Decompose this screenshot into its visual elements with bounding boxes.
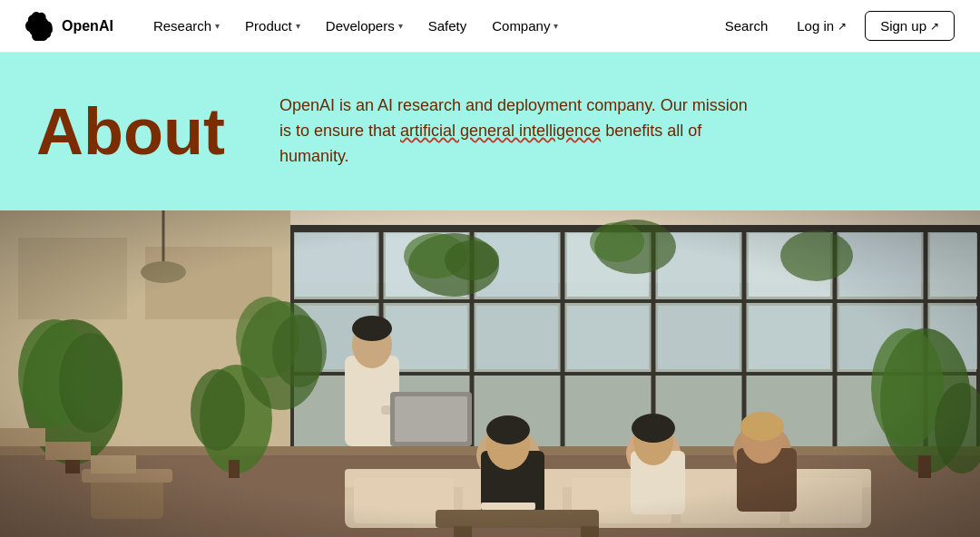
hero-section: About OpenAI is an AI research and deplo… — [0, 53, 980, 210]
search-button[interactable]: Search — [714, 13, 779, 39]
openai-logo-icon — [25, 12, 54, 41]
office-scene-svg — [0, 210, 980, 537]
nav-item-research[interactable]: Research ▾ — [142, 13, 230, 39]
nav-links: Research ▾ Product ▾ Developers ▾ Safety… — [142, 13, 714, 39]
nav-item-safety[interactable]: Safety — [417, 13, 478, 39]
page-title: About — [36, 99, 225, 164]
navbar: OpenAI Research ▾ Product ▾ Developers ▾… — [0, 0, 980, 53]
hero-description: OpenAI is an AI research and deployment … — [279, 93, 751, 170]
external-link-icon: ↗ — [838, 20, 847, 33]
openai-logo[interactable]: OpenAI — [25, 12, 113, 41]
external-link-icon: ↗ — [930, 20, 939, 33]
signup-button[interactable]: Sign up ↗ — [865, 11, 955, 41]
nav-item-product[interactable]: Product ▾ — [234, 13, 311, 39]
chevron-down-icon: ▾ — [554, 21, 558, 31]
chevron-down-icon: ▾ — [296, 21, 300, 31]
chevron-down-icon: ▾ — [398, 21, 403, 31]
agi-link[interactable]: artificial general intelligence — [400, 122, 601, 140]
nav-item-developers[interactable]: Developers ▾ — [315, 13, 414, 39]
office-image-section — [0, 210, 980, 537]
nav-actions: Search Log in ↗ Sign up ↗ — [714, 11, 955, 41]
login-button[interactable]: Log in ↗ — [786, 13, 858, 39]
chevron-down-icon: ▾ — [215, 21, 220, 31]
svg-rect-91 — [0, 210, 980, 537]
openai-wordmark: OpenAI — [62, 18, 113, 34]
nav-item-company[interactable]: Company ▾ — [481, 13, 569, 39]
